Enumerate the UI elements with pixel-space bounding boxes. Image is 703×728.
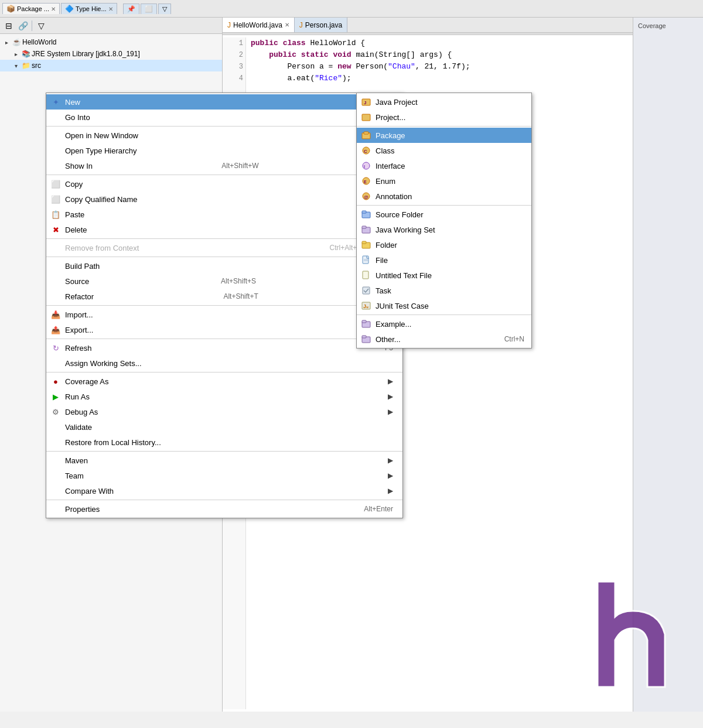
menu-item-compare-with[interactable]: Compare With ▶: [46, 483, 402, 498]
menu-item-build-path[interactable]: Build Path ▶: [46, 258, 402, 274]
menu-item-remove-context[interactable]: Remove from Context Ctrl+Alt+Shift+Down: [46, 240, 402, 255]
svg-rect-29: [362, 336, 366, 338]
code-line-2: public static void main(String[] args) {: [251, 49, 470, 61]
menu-item-team[interactable]: Team ▶: [46, 468, 402, 483]
menu-item-show-in[interactable]: Show In Alt+Shift+W ▶: [46, 158, 402, 173]
editor-tab-helloworld[interactable]: J HelloWorld.java ✕: [223, 18, 295, 32]
export-icon: 📤: [50, 324, 62, 336]
menu-btn[interactable]: ▽: [158, 4, 171, 14]
sub-sep3: [357, 315, 531, 315]
refresh-icon: ↻: [50, 342, 62, 354]
sub-sep1: [357, 126, 531, 127]
menu-item-assign-working[interactable]: Assign Working Sets...: [46, 356, 402, 371]
maven-arrow: ▶: [388, 456, 393, 464]
close-icon2[interactable]: ✕: [108, 6, 113, 12]
package-icon: 📦: [6, 5, 15, 13]
menu-item-go-into[interactable]: Go Into: [46, 110, 402, 125]
submenu-project[interactable]: Project...: [357, 110, 531, 125]
sep6: [46, 339, 402, 339]
submenu-folder[interactable]: Folder: [357, 237, 531, 252]
submenu-java-project[interactable]: J Java Project: [357, 94, 531, 110]
menu-item-new[interactable]: ✦ New ▶: [46, 94, 402, 110]
editor-tab-bar: J HelloWorld.java ✕ J Person.java: [223, 18, 633, 33]
menu-item-run-as[interactable]: ▶ Run As ▶: [46, 389, 402, 404]
submenu-untitled-text-file[interactable]: Untitled Text File: [357, 268, 531, 283]
menu-item-debug-as[interactable]: ⚙ Debug As ▶: [46, 404, 402, 419]
tab-bar: 📦 Package ... ✕ 🔷 Type Hie... ✕ 📌 ⬜ ▽: [0, 0, 703, 18]
submenu-file[interactable]: File: [357, 252, 531, 268]
submenu-source-folder[interactable]: Source Folder: [357, 207, 531, 222]
svg-text:E: E: [364, 180, 367, 184]
submenu-task[interactable]: Task: [357, 283, 531, 298]
enum-icon: E: [360, 175, 372, 187]
submenu-junit-test-case[interactable]: Jᵤ JUnit Test Case: [357, 298, 531, 313]
debug-as-icon: ⚙: [50, 406, 62, 418]
run-as-arrow: ▶: [388, 392, 393, 401]
menu-item-refactor[interactable]: Refactor Alt+Shift+T ▶: [46, 289, 402, 304]
submenu-example[interactable]: Example...: [357, 316, 531, 331]
tree-item-src[interactable]: ▾ 📁 src: [0, 60, 222, 71]
collapse-all-btn[interactable]: ⊟: [2, 19, 15, 32]
submenu-other[interactable]: Other... Ctrl+N: [357, 331, 531, 347]
java-project-icon: J: [360, 96, 372, 108]
svg-text:J: J: [364, 100, 366, 105]
maximize-btn[interactable]: ⬜: [141, 4, 157, 14]
submenu-class[interactable]: C Class: [357, 143, 531, 158]
project-tree: ▸ ☕ HelloWorld ▸ 📚 JRE System Library [j…: [0, 34, 222, 74]
close-icon[interactable]: ✕: [51, 6, 56, 12]
submenu-package[interactable]: Package: [357, 128, 531, 143]
submenu-java-working-set[interactable]: Java Working Set: [357, 222, 531, 237]
code-line-4: a.eat("Rice");: [251, 73, 470, 84]
menu-item-export[interactable]: 📤 Export...: [46, 322, 402, 337]
menu-item-copy[interactable]: ⬜ Copy Ctrl+C: [46, 176, 402, 192]
paste-icon: 📋: [50, 209, 62, 220]
svg-rect-18: [362, 241, 366, 244]
coverage-as-icon: ●: [50, 375, 62, 387]
coverage-arrow: ▶: [388, 377, 393, 385]
debug-as-arrow: ▶: [388, 408, 393, 416]
editor-close-btn[interactable]: ✕: [285, 22, 289, 28]
team-arrow: ▶: [388, 471, 393, 480]
other-icon: [360, 333, 372, 345]
editor-tab-person[interactable]: J Person.java: [295, 18, 347, 32]
import-icon: 📥: [50, 309, 62, 320]
menu-item-maven[interactable]: Maven ▶: [46, 453, 402, 468]
submenu-annotation[interactable]: @ Annotation: [357, 189, 531, 204]
menu-item-coverage-as[interactable]: ● Coverage As ▶: [46, 374, 402, 389]
menu-item-copy-qualified[interactable]: ⬜ Copy Qualified Name: [46, 192, 402, 207]
file-icon: [360, 254, 372, 266]
submenu-new: J Java Project Project... Package C Clas…: [356, 93, 532, 348]
code-line-1: public class HelloWorld {: [251, 37, 470, 49]
submenu-interface[interactable]: I Interface: [357, 158, 531, 173]
untitled-text-icon: [360, 269, 372, 281]
menu-item-validate[interactable]: Validate: [46, 419, 402, 435]
link-editor-btn[interactable]: 🔗: [16, 19, 29, 32]
tab-package-explorer[interactable]: 📦 Package ... ✕: [2, 3, 60, 14]
submenu-enum[interactable]: E Enum: [357, 173, 531, 189]
copy-qualified-icon: ⬜: [50, 193, 62, 205]
annotation-icon: @: [360, 190, 372, 202]
project-icon: [360, 111, 372, 123]
task-icon: [360, 285, 372, 296]
menu-item-properties[interactable]: Properties Alt+Enter: [46, 501, 402, 517]
menu-item-delete[interactable]: ✖ Delete Delete: [46, 222, 402, 237]
menu-item-paste[interactable]: 📋 Paste Ctrl+V: [46, 207, 402, 222]
menu-item-open-new-window[interactable]: Open in New Window: [46, 128, 402, 143]
menu-item-refresh[interactable]: ↻ Refresh F5: [46, 340, 402, 356]
tree-item-project[interactable]: ▸ ☕ HelloWorld: [0, 36, 222, 48]
view-menu-btn[interactable]: ▽: [35, 19, 47, 32]
remove-context-icon: [50, 242, 62, 254]
sep9: [46, 500, 402, 500]
sep1: [46, 126, 402, 127]
menu-item-import[interactable]: 📥 Import...: [46, 307, 402, 322]
panel-toolbar: ⊟ 🔗 ▽: [0, 18, 222, 34]
tab-type-hierarchy[interactable]: 🔷 Type Hie... ✕: [61, 3, 117, 14]
menu-item-source[interactable]: Source Alt+Shift+S ▶: [46, 274, 402, 289]
menu-item-open-type-hierarchy[interactable]: Open Type Hierarchy F4: [46, 143, 402, 158]
new-icon: ✦: [50, 96, 62, 108]
svg-rect-4: [364, 132, 368, 134]
menu-item-restore-history[interactable]: Restore from Local History...: [46, 435, 402, 450]
tree-item-jre[interactable]: ▸ 📚 JRE System Library [jdk1.8.0_191]: [0, 48, 222, 60]
pin-btn[interactable]: 📌: [123, 4, 139, 14]
arrow-project: ▸: [2, 39, 11, 46]
